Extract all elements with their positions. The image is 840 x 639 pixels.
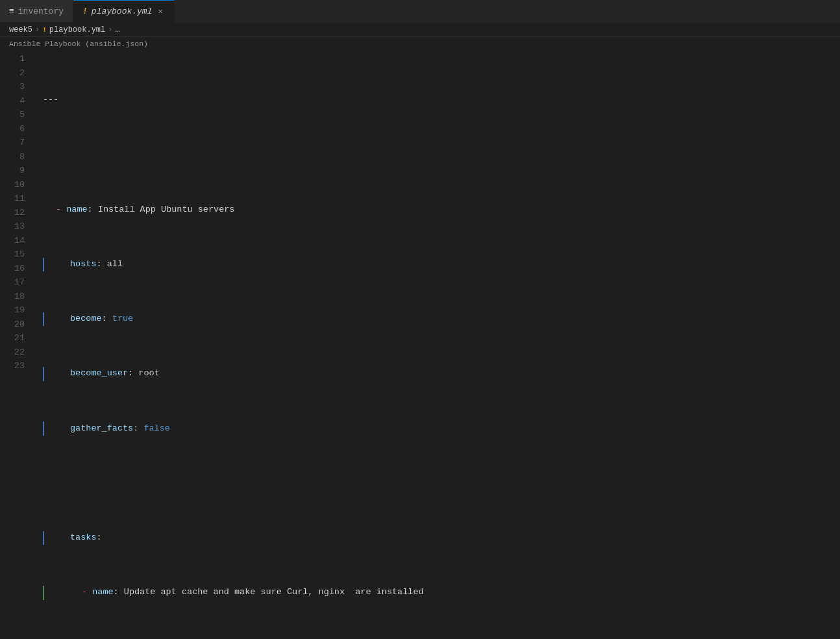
breadcrumb-playbook[interactable]: playbook.yml [49,25,105,34]
editor: 1 2 3 4 5 6 7 8 9 10 11 12 13 14 15 16 1… [0,50,840,639]
code-line-8 [43,477,840,491]
warning-tab-icon: ! [82,6,88,16]
breadcrumb-sep-1: › [35,25,40,34]
code-line-5: become: true [43,312,840,327]
code-line-10: - name: Update apt cache and make sure C… [43,586,840,600]
code-line-3: - name: Install App Ubuntu servers [43,203,840,217]
language-label: Ansible Playbook (ansible.json) [0,37,840,50]
code-line-2 [43,148,840,162]
breadcrumb-sep-2: › [108,25,112,34]
menu-icon: ≡ [9,6,14,16]
breadcrumb-ellipsis[interactable]: … [115,25,119,34]
lang-label-text: Ansible Playbook (ansible.json) [9,40,148,48]
code-line-4: hosts: all [43,258,840,272]
breadcrumb: week5 › ! playbook.yml › … [0,23,840,37]
breadcrumb-week5[interactable]: week5 [9,25,32,34]
code-line-6: become_user: root [43,367,840,381]
tab-bar: ≡ inventory ! playbook.yml ✕ [0,0,840,23]
code-line-7: gather_facts: false [43,421,840,436]
tab-playbook-label: playbook.yml [92,6,153,16]
tab-inventory-label: inventory [18,6,64,16]
code-line-9: tasks: [43,531,840,545]
tab-playbook[interactable]: ! playbook.yml ✕ [73,0,175,22]
close-tab-button[interactable]: ✕ [156,6,164,17]
code-line-1: --- [43,94,840,108]
tab-inventory[interactable]: ≡ inventory [0,0,73,22]
line-numbers: 1 2 3 4 5 6 7 8 9 10 11 12 13 14 15 16 1… [0,50,34,639]
breadcrumb-warning-icon: ! [42,26,47,34]
code-editor[interactable]: --- - name: Install App Ubuntu servers h… [34,50,840,639]
